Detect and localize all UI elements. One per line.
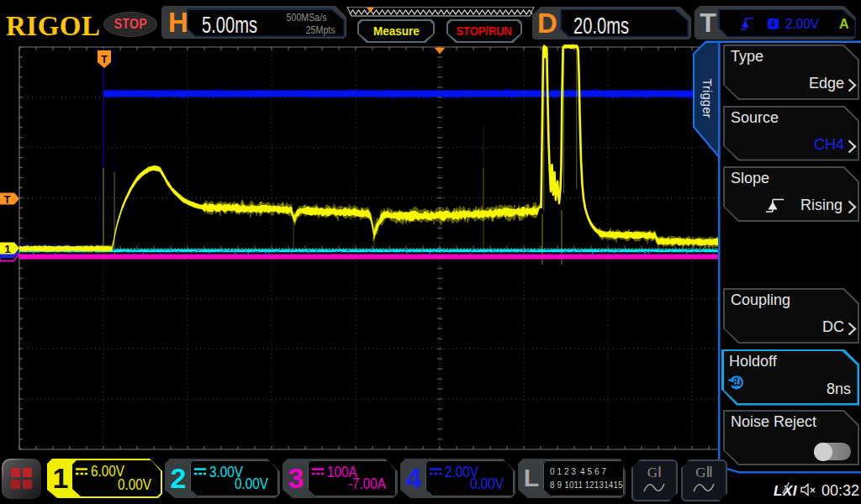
svg-text:1: 1 [4,243,11,255]
svg-text:T: T [101,53,108,66]
svg-text:T: T [4,193,11,206]
